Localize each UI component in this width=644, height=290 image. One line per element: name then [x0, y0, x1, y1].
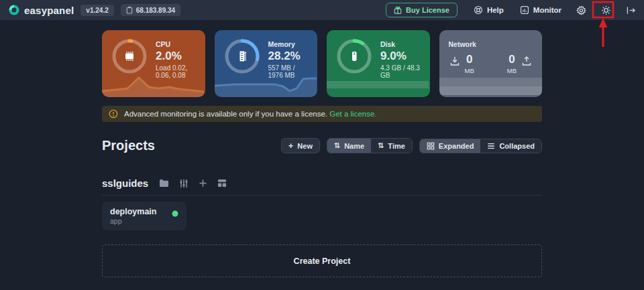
sort-arrows-icon: ⇅ [334, 141, 340, 150]
cpu-card[interactable]: CPU 2.0% Load 0.02, 0.06, 0.08 [102, 30, 205, 97]
project-group-header: sslguides [102, 177, 542, 196]
sort-by-time-button[interactable]: ⇅ Time [371, 139, 412, 153]
network-download-unit: MB [465, 67, 474, 74]
help-label: Help [487, 6, 504, 14]
view-expanded-button[interactable]: Expanded [420, 139, 481, 153]
disk-card[interactable]: Disk 9.0% 4.3 GB / 48.3 GB [327, 30, 430, 97]
cpu-chip-icon [123, 50, 136, 63]
network-card[interactable]: Network 0 MB [439, 30, 543, 97]
download-icon [450, 56, 460, 66]
sort-time-label: Time [388, 142, 405, 150]
sort-by-name-button[interactable]: ⇅ Name [327, 139, 371, 153]
cpu-label: CPU [156, 40, 196, 48]
logout-button[interactable] [626, 6, 636, 15]
add-service-icon[interactable] [199, 179, 207, 188]
clipboard-icon [126, 6, 133, 14]
get-license-link[interactable]: Get a license. [329, 110, 376, 118]
stats-cards: CPU 2.0% Load 0.02, 0.06, 0.08 [102, 30, 542, 97]
new-project-button[interactable]: + New [281, 138, 320, 153]
memory-label: Memory [268, 40, 309, 48]
service-type: app [110, 217, 178, 225]
disk-gauge [336, 38, 372, 74]
folder-icon[interactable] [159, 179, 169, 188]
network-upload-value: 0 [508, 54, 515, 65]
network-down-sparkline [439, 78, 543, 86]
env-sliders-icon[interactable] [179, 179, 189, 188]
sort-toggle: ⇅ Name ⇅ Time [327, 138, 413, 153]
help-icon [474, 5, 483, 15]
list-icon [487, 142, 495, 150]
service-card-deploymain[interactable]: deploymain app [102, 202, 186, 230]
sort-name-label: Name [344, 142, 364, 150]
gear-icon [576, 5, 586, 15]
brand[interactable]: easypanel [8, 4, 74, 16]
hard-drive-icon [347, 50, 361, 63]
status-dot [172, 210, 178, 217]
view-toggle: Expanded Collapsed [419, 139, 542, 153]
templates-icon[interactable] [217, 179, 227, 188]
memory-gauge [224, 38, 260, 74]
service-name: deploymain [110, 207, 178, 216]
cpu-load-detail: Load 0.02, 0.06, 0.08 [156, 64, 196, 79]
network-download-value: 0 [466, 54, 472, 65]
ram-icon [235, 50, 249, 63]
warning-icon [109, 109, 118, 119]
settings-button[interactable] [576, 5, 586, 15]
buy-license-button[interactable]: Buy License [386, 3, 458, 17]
buy-license-label: Buy License [406, 6, 449, 14]
create-project-button[interactable]: Create Project [102, 244, 542, 277]
view-collapsed-button[interactable]: Collapsed [480, 139, 541, 153]
create-project-label: Create Project [294, 257, 351, 266]
page-title: Projects [102, 138, 155, 153]
main-content: CPU 2.0% Load 0.02, 0.06, 0.08 [102, 20, 542, 277]
easypanel-logo-icon [8, 4, 20, 16]
monitor-label: Monitor [533, 6, 561, 14]
memory-card[interactable]: Memory 28.2% 557 MB / 1976 MB [215, 30, 318, 97]
gift-icon [394, 6, 402, 14]
sort-arrows-icon: ⇅ [378, 141, 384, 150]
cpu-gauge [111, 38, 148, 74]
upload-icon [522, 56, 531, 66]
monitor-icon [520, 5, 529, 15]
license-banner: Advanced monitoring is available only if… [102, 106, 542, 122]
version-badge: v1.24.2 [80, 5, 113, 16]
theme-toggle-button[interactable] [601, 5, 611, 15]
network-label: Network [449, 40, 533, 48]
disk-usage-detail: 4.3 GB / 48.3 GB [380, 64, 421, 79]
network-up-sparkline [439, 86, 543, 95]
disk-value: 9.0% [380, 50, 421, 63]
grid-icon [427, 142, 435, 150]
ip-badge[interactable]: 68.183.89.34 [121, 4, 180, 16]
view-expanded-label: Expanded [439, 142, 474, 150]
help-button[interactable]: Help [474, 5, 504, 15]
new-project-label: New [297, 142, 313, 150]
cpu-value: 2.0% [156, 50, 196, 63]
disk-label: Disk [380, 40, 421, 48]
network-upload-unit: MB [507, 67, 517, 74]
navbar: easypanel v1.24.2 68.183.89.34 Buy Licen… [0, 0, 644, 20]
sun-icon [601, 5, 611, 15]
banner-message: Advanced monitoring is available only if… [124, 110, 327, 118]
monitor-button[interactable]: Monitor [520, 5, 561, 15]
plus-icon: + [288, 141, 294, 150]
brand-name: easypanel [24, 5, 74, 16]
ip-address: 68.183.89.34 [136, 7, 175, 14]
view-collapsed-label: Collapsed [499, 142, 535, 150]
project-name[interactable]: sslguides [102, 177, 148, 189]
memory-usage-detail: 557 MB / 1976 MB [268, 64, 309, 79]
logout-icon [626, 6, 636, 15]
memory-value: 28.2% [268, 50, 309, 63]
